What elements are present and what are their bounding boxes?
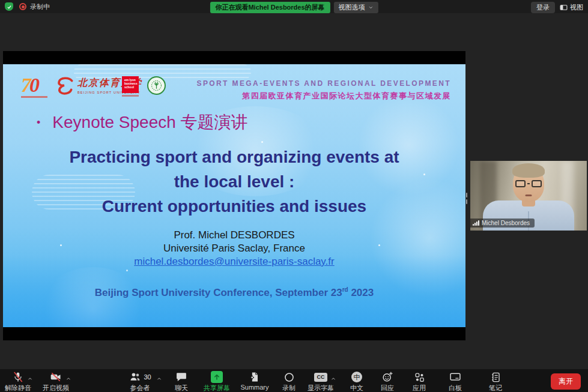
record-circle-icon: [283, 372, 295, 383]
footer-year: 2023: [348, 287, 374, 298]
title-line-1: Practicing sport and organizing events a…: [3, 145, 465, 169]
speaker-block: Prof. Michel DESBORDES Université Paris …: [3, 229, 465, 268]
language-label: 中文: [350, 384, 363, 392]
record-button[interactable]: 录制: [278, 371, 300, 392]
share-screen-active-icon: [211, 371, 223, 383]
bsu-swoosh-icon: [55, 75, 75, 95]
summary-button[interactable]: Summary: [237, 371, 273, 391]
recording-status-label: 录制中: [30, 2, 50, 11]
chevron-up-icon[interactable]: [27, 373, 33, 384]
anniversary-0: 0: [29, 74, 40, 96]
participants-label: 参会者: [130, 384, 150, 392]
reactions-smiley-icon: [381, 371, 393, 383]
apps-button[interactable]: 应用: [408, 371, 430, 392]
tree-figure-icon: [151, 80, 162, 91]
presentation-slide: 70 北京体育大学 BEIJING SPORT UNIVERSITY em ly…: [3, 64, 465, 327]
slide-header-english: SPORT MEGA-EVENTS AND REGIONAL DEVELOPME…: [197, 79, 452, 88]
layout-view-icon: [560, 4, 568, 11]
notes-icon: [490, 372, 502, 383]
start-video-label: 开启视频: [43, 384, 69, 392]
participants-icon: [129, 371, 142, 383]
slide-title: Practicing sport and organizing events a…: [3, 145, 465, 219]
title-line-3: Current opportunities and issues: [3, 194, 465, 219]
anniversary-logo-bar: [21, 96, 47, 98]
view-options-button[interactable]: 视图选项: [334, 2, 378, 13]
view-label: 视图: [570, 3, 583, 12]
apps-label: 应用: [413, 384, 426, 392]
conference-footer: Beijing Sport University Conference, Sep…: [3, 286, 465, 299]
emlyon-caption-bar: [122, 95, 139, 97]
share-screen-label: 共享屏幕: [204, 384, 230, 392]
participant-name-label: Michel Desbordes: [470, 219, 535, 228]
emlyon-logo: em lyon business school: [122, 76, 139, 97]
reactions-button[interactable]: 回应: [376, 371, 399, 392]
start-video-button[interactable]: 开启视频: [41, 371, 71, 392]
chevron-up-icon[interactable]: [65, 373, 71, 384]
footer-ordinal: rd: [342, 286, 348, 293]
title-line-2: the local level :: [3, 169, 465, 194]
microphone-muted-icon: [12, 371, 24, 383]
green-emblem-logo: [147, 76, 166, 95]
decor-dot: [261, 141, 263, 143]
watching-screen-banner: 你正在观看Michel Desbordes的屏幕: [210, 2, 330, 13]
reactions-label: 回应: [381, 384, 394, 392]
show-captions-label: 显示字幕: [308, 384, 334, 392]
participant-name: Michel Desbordes: [482, 220, 530, 226]
person-mouth: [526, 194, 532, 196]
anniversary-70-logo: 70: [21, 75, 47, 98]
footer-text: Beijing Sport University Conference, Sep…: [95, 287, 342, 298]
person-hair: [512, 163, 545, 178]
chat-button[interactable]: 聊天: [169, 371, 193, 392]
recording-icon: [19, 3, 26, 10]
shared-screen-area: 70 北京体育大学 BEIJING SPORT UNIVERSITY em ly…: [3, 51, 465, 340]
whiteboard-icon: [449, 371, 461, 383]
participants-count: 30: [144, 373, 151, 381]
meeting-control-toolbar: 解除静音 开启视频: [0, 369, 588, 392]
show-captions-button[interactable]: CC 显示字幕: [306, 371, 336, 392]
emlyon-text: em lyon business school: [122, 76, 139, 93]
chevron-up-icon[interactable]: [156, 373, 162, 384]
view-options-label: 视图选项: [339, 3, 365, 12]
record-label: 录制: [282, 384, 296, 392]
speaker-name: Prof. Michel DESBORDES: [3, 229, 465, 242]
speaker-email-link[interactable]: michel.desbordes@universite-paris-saclay…: [3, 255, 465, 268]
panel-resize-handle[interactable]: [466, 193, 467, 204]
document-sparkle-icon: [249, 371, 261, 383]
language-button[interactable]: 中 中文: [347, 371, 367, 392]
keynote-heading: • Keynote Speech 专题演讲: [37, 111, 248, 134]
bullet-point: •: [37, 116, 40, 129]
notes-label: 笔记: [489, 384, 502, 392]
summary-label: Summary: [240, 384, 268, 391]
sign-in-button[interactable]: 登录: [531, 2, 555, 13]
whiteboard-button[interactable]: 白板: [444, 371, 466, 392]
unmute-label: 解除静音: [5, 384, 31, 392]
chat-label: 聊天: [175, 384, 188, 392]
keynote-text: Keynote Speech 专题演讲: [52, 111, 247, 134]
leave-meeting-button[interactable]: 离开: [551, 373, 581, 390]
person-glasses: [515, 180, 542, 187]
speaker-affiliation: Université Paris Saclay, France: [3, 242, 465, 255]
chat-bubble-icon: [175, 371, 187, 383]
share-screen-button[interactable]: 共享屏幕: [203, 371, 231, 392]
captions-icon: CC: [314, 373, 327, 382]
decor-dot: [126, 270, 128, 271]
notes-button[interactable]: 笔记: [485, 371, 506, 392]
meeting-top-bar: 录制中 你正在观看Michel Desbordes的屏幕 视图选项 登录 视图: [0, 0, 588, 13]
signal-strength-icon: [473, 220, 479, 226]
security-shield-icon[interactable]: [5, 2, 13, 11]
whiteboard-label: 白板: [449, 384, 462, 392]
chevron-up-icon[interactable]: [330, 373, 336, 384]
apps-grid-icon: [414, 372, 425, 383]
view-layout-button[interactable]: 视图: [560, 3, 583, 12]
participant-video-tile[interactable]: Michel Desbordes: [470, 161, 587, 231]
slide-header-chinese: 第四届欧亚体育产业国际论坛大型体育赛事与区域发展: [242, 91, 451, 101]
camera-off-icon: [49, 371, 62, 383]
language-icon: 中: [351, 372, 362, 382]
unmute-button[interactable]: 解除静音: [3, 371, 33, 392]
zoom-meeting-window: 录制中 你正在观看Michel Desbordes的屏幕 视图选项 登录 视图: [0, 0, 588, 392]
chevron-down-icon: [368, 5, 374, 10]
participants-button[interactable]: 30 参会者: [123, 371, 157, 392]
